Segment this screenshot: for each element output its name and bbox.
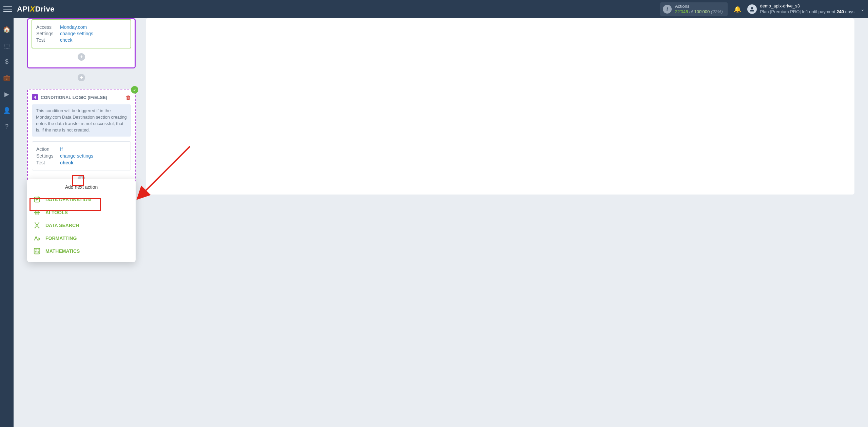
side-rail: 🏠 ⬚ $ 💼 ▶ 👤 ? [0, 18, 14, 427]
user-name: demo_apix-drive_s3 [760, 3, 854, 9]
table-row: AccessMonday.com [36, 24, 126, 30]
empty-panel [146, 18, 854, 195]
add-action-menu: Add next action DATA DESTINATION AI TOOL… [27, 179, 136, 262]
menu-item-data-destination[interactable]: DATA DESTINATION [30, 193, 133, 206]
bell-icon[interactable]: 🔔 [734, 5, 741, 13]
table-row: Settingschange settings [36, 31, 126, 36]
briefcase-icon[interactable]: 💼 [3, 74, 11, 82]
help-icon[interactable]: ? [5, 123, 8, 130]
change-settings-link[interactable]: change settings [60, 31, 93, 36]
step-number: 4 [32, 94, 38, 100]
svg-point-4 [37, 212, 38, 213]
sitemap-icon[interactable]: ⬚ [4, 42, 10, 49]
menu-item-formatting[interactable]: FORMATTING [30, 232, 133, 245]
user-block[interactable]: demo_apix-drive_s3 Plan |Premium PRO| le… [760, 3, 854, 15]
avatar[interactable] [747, 4, 757, 14]
youtube-icon[interactable]: ▶ [4, 90, 9, 98]
actions-counter[interactable]: i Actions: 22'046 of 100'000 (22%) [660, 2, 728, 16]
menu-item-ai-tools[interactable]: AI TOOLS [30, 206, 133, 219]
logo[interactable]: APIXDrive [17, 5, 55, 14]
step-source-card: AccessMonday.com Settingschange settings… [27, 18, 136, 68]
svg-rect-6 [34, 248, 40, 254]
add-step-button[interactable]: + [78, 74, 85, 81]
svg-point-0 [751, 7, 753, 9]
table-row: ActionIf [36, 146, 126, 152]
topbar: APIXDrive i Actions: 22'046 of 100'000 (… [0, 0, 868, 18]
hamburger-icon[interactable] [3, 5, 12, 14]
user-icon[interactable]: 👤 [3, 107, 11, 114]
actions-label: Actions: [675, 4, 723, 9]
table-row: Settingschange settings [36, 153, 126, 159]
menu-item-mathematics[interactable]: MATHEMATICS [30, 245, 133, 258]
delete-icon[interactable]: 🗑 [126, 95, 131, 100]
check-link[interactable]: check [60, 37, 73, 43]
home-icon[interactable]: 🏠 [3, 26, 11, 33]
table-row: Testcheck [36, 37, 126, 43]
access-link[interactable]: Monday.com [60, 24, 87, 30]
conditional-logic-card: ✓ 4 CONDITIONAL LOGIC (IF/ELSE) 🗑 This c… [27, 89, 136, 189]
chevron-down-icon[interactable]: ⌄ [861, 6, 865, 12]
info-icon: i [663, 5, 672, 14]
popup-title: Add next action [30, 184, 133, 190]
menu-item-data-search[interactable]: DATA SEARCH [30, 219, 133, 232]
check-icon: ✓ [131, 86, 138, 94]
svg-point-5 [36, 224, 38, 226]
step-description: This condition will be triggered if in t… [32, 104, 131, 137]
settings-link[interactable]: change settings [60, 153, 93, 159]
table-row: Testcheck [36, 160, 126, 165]
dollar-icon[interactable]: $ [5, 58, 8, 65]
test-link[interactable]: check [60, 160, 74, 165]
action-link[interactable]: If [60, 146, 63, 152]
add-filter-button[interactable]: + [78, 53, 85, 61]
step-title: CONDITIONAL LOGIC (IF/ELSE) [41, 95, 107, 100]
